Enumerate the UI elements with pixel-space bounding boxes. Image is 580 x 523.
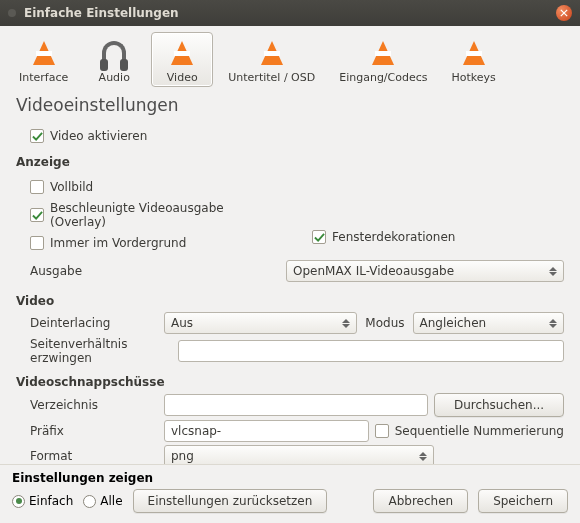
updown-icon bbox=[549, 316, 559, 330]
row-always-on-top: Immer im Vordergrund bbox=[30, 232, 282, 254]
cone-film-icon bbox=[166, 37, 198, 69]
category-toolbar: Interface Audio Video Untertitel / OSD E… bbox=[0, 26, 580, 89]
label-aspect: Seitenverhältnis erzwingen bbox=[16, 337, 178, 365]
radio-simple[interactable] bbox=[12, 495, 25, 508]
tab-hotkeys[interactable]: Hotkeys bbox=[443, 32, 505, 87]
row-fullscreen: Vollbild bbox=[30, 176, 282, 198]
tab-audio[interactable]: Audio bbox=[83, 32, 145, 87]
window-body: Interface Audio Video Untertitel / OSD E… bbox=[0, 26, 580, 523]
radio-all-wrap[interactable]: Alle bbox=[83, 494, 122, 508]
select-format-value: png bbox=[171, 449, 194, 463]
label-directory: Verzeichnis bbox=[16, 398, 164, 412]
window-menu-dot[interactable] bbox=[8, 9, 16, 17]
tab-input-codecs-label: Eingang/Codecs bbox=[339, 71, 427, 84]
page-title: Videoeinstellungen bbox=[16, 95, 564, 115]
row-overlay: Beschleunigte Videoausgabe (Overlay) bbox=[30, 201, 282, 229]
checkbox-enable-video[interactable] bbox=[30, 129, 44, 143]
select-deinterlacing-value: Aus bbox=[171, 316, 193, 330]
reset-button[interactable]: Einstellungen zurücksetzen bbox=[133, 489, 328, 513]
checkbox-fullscreen[interactable] bbox=[30, 180, 44, 194]
footer: Einstellungen zeigen Einfach Alle Einste… bbox=[0, 464, 580, 523]
checkbox-sequential[interactable] bbox=[375, 424, 389, 438]
label-overlay: Beschleunigte Videoausgabe (Overlay) bbox=[50, 201, 282, 229]
row-deinterlacing: Deinterlacing Aus Modus Angleichen bbox=[16, 312, 564, 334]
row-directory: Verzeichnis Durchsuchen... bbox=[16, 393, 564, 417]
label-enable-video: Video aktivieren bbox=[50, 129, 147, 143]
tab-interface-label: Interface bbox=[19, 71, 68, 84]
cone-icon bbox=[256, 37, 288, 69]
tab-interface[interactable]: Interface bbox=[10, 32, 77, 87]
radio-simple-wrap[interactable]: Einfach bbox=[12, 494, 73, 508]
window-title: Einfache Einstellungen bbox=[24, 6, 179, 20]
cone-icon bbox=[367, 37, 399, 69]
section-display: Anzeige bbox=[16, 155, 564, 169]
row-prefix: Präfix Sequentielle Nummerierung bbox=[16, 420, 564, 442]
section-snapshot: Videoschnappschüsse bbox=[16, 375, 564, 389]
save-button[interactable]: Speichern bbox=[478, 489, 568, 513]
content-pane: Videoeinstellungen Video aktivieren Anze… bbox=[0, 89, 580, 464]
cone-icon bbox=[28, 37, 60, 69]
radio-all-label: Alle bbox=[100, 494, 122, 508]
updown-icon bbox=[419, 449, 429, 463]
section-video: Video bbox=[16, 294, 564, 308]
select-output-value: OpenMAX IL-Videoausgabe bbox=[293, 264, 454, 278]
tab-video-label: Video bbox=[167, 71, 198, 84]
close-icon[interactable] bbox=[556, 5, 572, 21]
updown-icon bbox=[342, 316, 352, 330]
select-mode[interactable]: Angleichen bbox=[413, 312, 564, 334]
row-format: Format png bbox=[16, 445, 564, 464]
label-sequential: Sequentielle Nummerierung bbox=[395, 424, 564, 438]
tab-subtitles[interactable]: Untertitel / OSD bbox=[219, 32, 324, 87]
tab-hotkeys-label: Hotkeys bbox=[452, 71, 496, 84]
cone-icon bbox=[458, 37, 490, 69]
radio-all[interactable] bbox=[83, 495, 96, 508]
row-window-deco: Fensterdekorationen bbox=[312, 226, 564, 248]
updown-icon bbox=[549, 264, 559, 278]
tab-subtitles-label: Untertitel / OSD bbox=[228, 71, 315, 84]
label-always-on-top: Immer im Vordergrund bbox=[50, 236, 186, 250]
cancel-button[interactable]: Abbrechen bbox=[373, 489, 468, 513]
select-mode-value: Angleichen bbox=[420, 316, 487, 330]
radio-simple-label: Einfach bbox=[29, 494, 73, 508]
row-enable-video: Video aktivieren bbox=[16, 125, 564, 147]
row-aspect: Seitenverhältnis erzwingen bbox=[16, 337, 564, 365]
checkbox-always-on-top[interactable] bbox=[30, 236, 44, 250]
select-format[interactable]: png bbox=[164, 445, 434, 464]
select-deinterlacing[interactable]: Aus bbox=[164, 312, 357, 334]
select-output[interactable]: OpenMAX IL-Videoausgabe bbox=[286, 260, 564, 282]
label-window-deco: Fensterdekorationen bbox=[332, 230, 455, 244]
titlebar: Einfache Einstellungen bbox=[0, 0, 580, 26]
input-prefix[interactable] bbox=[164, 420, 369, 442]
headphones-icon bbox=[98, 37, 130, 69]
checkbox-overlay[interactable] bbox=[30, 208, 44, 222]
input-aspect[interactable] bbox=[178, 340, 564, 362]
label-show-settings: Einstellungen zeigen bbox=[12, 471, 568, 485]
checkbox-window-deco[interactable] bbox=[312, 230, 326, 244]
tab-input-codecs[interactable]: Eingang/Codecs bbox=[330, 32, 436, 87]
label-prefix: Präfix bbox=[16, 424, 164, 438]
label-mode: Modus bbox=[357, 316, 412, 330]
row-output: Ausgabe OpenMAX IL-Videoausgabe bbox=[16, 260, 564, 282]
label-format: Format bbox=[16, 449, 164, 463]
label-output: Ausgabe bbox=[16, 264, 164, 278]
label-fullscreen: Vollbild bbox=[50, 180, 93, 194]
label-deinterlacing: Deinterlacing bbox=[16, 316, 164, 330]
tab-audio-label: Audio bbox=[99, 71, 130, 84]
input-directory[interactable] bbox=[164, 394, 428, 416]
tab-video[interactable]: Video bbox=[151, 32, 213, 87]
browse-button[interactable]: Durchsuchen... bbox=[434, 393, 564, 417]
